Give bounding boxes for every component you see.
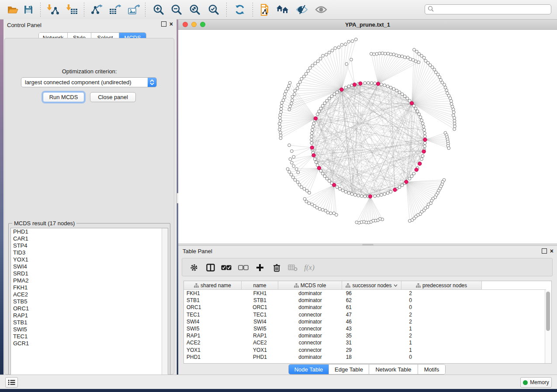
graph-mcds-hub-node[interactable] <box>422 150 426 153</box>
mcds-result-item[interactable]: PMA2 <box>11 277 168 284</box>
mcds-result-list[interactable]: PHD1CAR1STP4TID3YOX1SWI4SRD1PMA2FKH1ACE2… <box>10 228 168 383</box>
graph-leaf-node[interactable] <box>307 69 310 72</box>
graph-leaf-node[interactable] <box>280 104 283 107</box>
graph-leaf-node[interactable] <box>297 83 300 86</box>
graph-node[interactable] <box>414 107 417 110</box>
table-row[interactable]: FKH1FKH1dominator962 <box>184 290 545 297</box>
graph-node[interactable] <box>325 177 329 180</box>
graph-node[interactable] <box>357 194 360 197</box>
graph-leaf-node[interactable] <box>328 51 331 54</box>
graph-leaf-node[interactable] <box>290 102 293 105</box>
graph-node[interactable] <box>401 184 404 187</box>
graph-leaf-node[interactable] <box>288 81 291 84</box>
close-table-panel-icon[interactable]: × <box>550 249 554 253</box>
graph-leaf-node[interactable] <box>450 100 453 103</box>
mcds-result-item[interactable]: RAP1 <box>11 312 168 319</box>
graph-leaf-node[interactable] <box>291 176 294 179</box>
graph-node[interactable] <box>323 175 326 178</box>
graph-leaf-node[interactable] <box>322 54 325 57</box>
graph-leaf-node[interactable] <box>311 203 314 206</box>
graph-node[interactable] <box>421 122 424 125</box>
cell-name[interactable]: PHD1 <box>242 354 278 360</box>
table-row[interactable]: ORC1ORC1dominator610 <box>184 304 545 311</box>
graph-leaf-node[interactable] <box>280 107 283 110</box>
mcds-result-item[interactable]: SWI4 <box>11 263 168 270</box>
graph-leaf-node[interactable] <box>279 134 282 137</box>
float-table-panel-icon[interactable] <box>542 248 547 254</box>
graph-node[interactable] <box>389 190 392 193</box>
column-header-MCDS-role[interactable]: MCDS role <box>278 281 342 290</box>
cell-predecessor-nodes[interactable]: 1 <box>401 326 482 332</box>
network-graph[interactable] <box>178 30 557 244</box>
zoom-selected-icon[interactable] <box>207 3 220 16</box>
graph-node[interactable] <box>419 116 422 119</box>
graph-leaf-node[interactable] <box>331 49 334 52</box>
select-all-check-icon[interactable] <box>221 262 232 273</box>
graph-node[interactable] <box>347 192 350 195</box>
tab-node-table[interactable]: Node Table <box>289 364 329 374</box>
mcds-result-item[interactable]: SRD1 <box>11 270 168 277</box>
graph-node[interactable] <box>310 138 313 141</box>
graph-leaf-node[interactable] <box>283 96 286 99</box>
graph-node[interactable] <box>412 172 415 175</box>
cell-successor-nodes[interactable]: 96 <box>342 290 401 296</box>
graph-leaf-node[interactable] <box>288 108 291 111</box>
mcds-result-item[interactable]: STB5 <box>11 298 168 305</box>
graph-leaf-node[interactable] <box>284 93 287 96</box>
graph-leaf-node[interactable] <box>279 113 282 117</box>
cell-successor-nodes[interactable]: 43 <box>342 326 401 332</box>
graph-node[interactable] <box>398 91 401 94</box>
graph-leaf-node[interactable] <box>316 60 319 63</box>
graph-leaf-node[interactable] <box>290 173 293 176</box>
graph-node[interactable] <box>374 195 377 198</box>
graph-leaf-node[interactable] <box>298 183 301 186</box>
close-panel-icon[interactable]: × <box>170 22 173 26</box>
cell-successor-nodes[interactable]: 46 <box>342 319 401 325</box>
cell-shared-name[interactable]: ACE2 <box>184 340 242 346</box>
graph-leaf-node[interactable] <box>290 161 293 164</box>
cell-predecessor-nodes[interactable]: 2 <box>401 319 482 325</box>
table-options-icon[interactable] <box>188 262 200 273</box>
cell-shared-name[interactable]: RAP1 <box>184 333 242 339</box>
graph-leaf-node[interactable] <box>378 52 381 55</box>
cell-successor-nodes[interactable]: 61 <box>342 304 401 310</box>
graph-leaf-node[interactable] <box>289 105 292 108</box>
graph-mcds-hub-node[interactable] <box>317 166 321 170</box>
table-row[interactable]: STB1STB1dominator620 <box>184 297 545 304</box>
graph-node[interactable] <box>311 125 315 128</box>
graph-node[interactable] <box>410 175 413 178</box>
graph-node[interactable] <box>408 177 411 180</box>
graph-node[interactable] <box>423 141 426 144</box>
graph-leaf-node[interactable] <box>370 52 373 55</box>
graph-leaf-node[interactable] <box>387 52 390 55</box>
graph-node[interactable] <box>367 82 370 85</box>
graph-leaf-node[interactable] <box>280 110 283 113</box>
cell-successor-nodes[interactable]: 18 <box>342 354 401 360</box>
optimization-criterion-select[interactable]: largest connected component (undirected) <box>21 77 157 87</box>
graph-mcds-hub-node[interactable] <box>332 183 336 187</box>
mcds-result-item[interactable]: SWI5 <box>11 326 168 333</box>
cell-MCDS-role[interactable]: dominator <box>278 354 342 360</box>
graph-mcds-hub-node[interactable] <box>405 180 408 183</box>
graph-leaf-node[interactable] <box>314 62 317 65</box>
graph-leaf-node[interactable] <box>278 117 281 120</box>
apply-layout-icon[interactable] <box>233 3 246 16</box>
graph-leaf-node[interactable] <box>279 125 282 128</box>
graph-node[interactable] <box>395 89 398 92</box>
cell-name[interactable]: RAP1 <box>242 333 278 339</box>
graph-mcds-hub-node[interactable] <box>310 146 314 149</box>
graph-node[interactable] <box>398 186 401 189</box>
cell-MCDS-role[interactable]: dominator <box>278 333 342 339</box>
graph-node[interactable] <box>423 132 426 135</box>
tab-edge-table[interactable]: Edge Table <box>329 364 369 374</box>
table-row[interactable]: SWI4SWI4dominator462 <box>184 318 545 325</box>
network-canvas[interactable] <box>178 30 557 244</box>
cell-predecessor-nodes[interactable]: 0 <box>401 304 482 310</box>
graph-leaf-node[interactable] <box>355 221 358 224</box>
cell-name[interactable]: TEC1 <box>242 312 278 318</box>
cell-name[interactable]: SWI5 <box>242 326 278 332</box>
graph-node[interactable] <box>420 119 423 122</box>
graph-node[interactable] <box>392 87 395 90</box>
table-scrollbar[interactable] <box>545 290 551 363</box>
cell-shared-name[interactable]: SWI4 <box>184 319 242 325</box>
